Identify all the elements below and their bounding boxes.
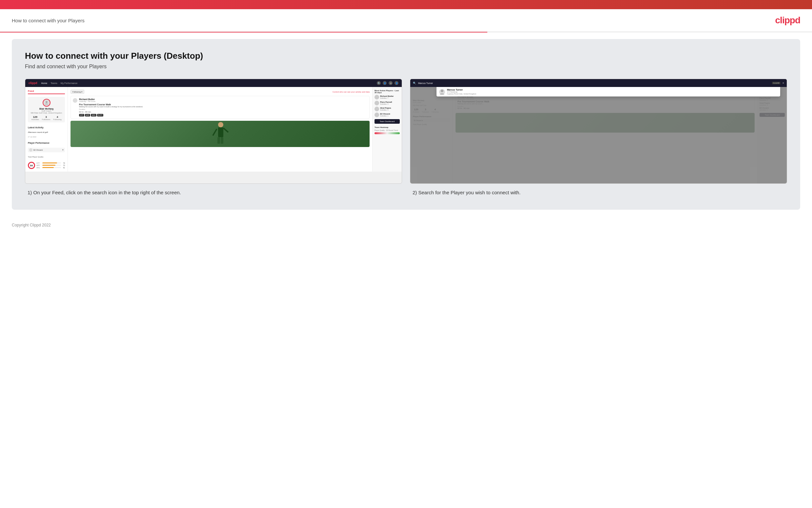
search-result-1[interactable]: Marcus Turner 1.5 Handicap Cypress Point… <box>436 87 780 96</box>
ap-avatar-4 <box>375 113 379 117</box>
stat-followers-1: 3 Followers <box>42 116 50 120</box>
app-nav-1: clippd Home Teams My Performance 🔍 👤 ⚙ 👤 <box>25 79 402 87</box>
player-select-row-1[interactable]: Eli Vincent ▾ <box>28 148 65 152</box>
settings-icon-1[interactable]: ⚙ <box>389 81 392 85</box>
search-result-info-1: Marcus Turner 1.5 Handicap Cypress Point… <box>447 89 777 95</box>
tag-arg-1: ARG <box>91 114 96 117</box>
svg-point-7 <box>441 90 443 92</box>
search-results-dropdown: Marcus Turner 1.5 Handicap Cypress Point… <box>436 87 780 96</box>
duration-label-1: Duration <box>79 108 367 110</box>
search-bar-overlay: 🔍 Marcus Turner CLEAR × <box>410 79 787 87</box>
screenshot-col-2: clippd Home Teams My Performance 🔍 Marcu… <box>410 79 787 197</box>
feed-tab-1[interactable]: Feed <box>28 90 65 94</box>
avatar-icon-1[interactable]: 👤 <box>394 81 398 85</box>
quality-score-1: 84 OTT 79 APP 70 <box>28 162 65 169</box>
q-bar-app-1: APP 70 <box>36 164 65 166</box>
photo-placeholder-1 <box>70 121 370 147</box>
clear-button[interactable]: CLEAR <box>772 82 780 84</box>
user-icon-1[interactable]: 👤 <box>383 81 387 85</box>
app-left-panel-1: Feed Blair McHarg Golf Coach Mill Ride G… <box>25 87 68 172</box>
main-heading: How to connect with your Players (Deskto… <box>25 51 787 61</box>
clippd-logo: clippd <box>775 15 800 26</box>
latest-activity-label-1: Latest Activity <box>28 126 65 129</box>
following-row-1: Following ▾ Control who can see your act… <box>70 90 370 94</box>
profile-stats-1: 129 Activities 3 Followers 4 Following <box>30 116 63 120</box>
tag-putt-1: PUTT <box>97 114 103 117</box>
svg-point-0 <box>46 101 48 103</box>
player-select-chevron-1: ▾ <box>62 149 64 151</box>
player-perf-title-1: Player Performance <box>28 142 65 144</box>
activity-meta-1: Yesterday - The Grove <box>79 100 367 102</box>
active-player-2: Piers Parnell Activities: 4 <box>375 101 400 105</box>
quality-label-1: Total Player Quality <box>28 156 65 158</box>
app-right-panel-1: Most Active Players - Last 30 days Richa… <box>372 87 402 172</box>
nav-teams-1[interactable]: Teams <box>50 82 57 84</box>
following-btn-1[interactable]: Following ▾ <box>70 90 84 94</box>
app-logo-small-1: clippd <box>29 81 37 85</box>
active-player-1: Richard Butler Activities: 7 <box>375 95 400 99</box>
q-bar-arg-1: ARG 61 <box>36 167 65 169</box>
svg-rect-5 <box>218 137 220 144</box>
player-select-name-1: Eli Vincent <box>34 149 43 151</box>
svg-line-3 <box>213 129 217 135</box>
profile-avatar-1 <box>43 99 50 107</box>
activity-avatar-1 <box>73 98 78 103</box>
app-body-1: Feed Blair McHarg Golf Coach Mill Ride G… <box>25 87 402 172</box>
golfer-photo-1 <box>70 121 370 147</box>
header-divider <box>0 32 812 33</box>
activity-duration-1: 02 hr : 00 min <box>79 111 367 113</box>
activity-content-1: Richard Butler Yesterday - The Grove Pre… <box>79 98 367 117</box>
ap-info-3: Hiral Pujara Activities: 3 <box>380 107 400 111</box>
profile-card-1: Blair McHarg Golf Coach Mill Ride Golf C… <box>28 97 65 122</box>
search-input-value[interactable]: Marcus Turner <box>418 82 770 84</box>
ap-avatar-2 <box>375 101 379 105</box>
page-title: How to connect with your Players <box>12 18 85 23</box>
footer: Copyright Clippd 2022 <box>0 216 812 234</box>
heatmap-bar-1 <box>375 132 400 134</box>
search-icon-1[interactable]: 🔍 <box>377 81 381 85</box>
nav-home-1[interactable]: Home <box>41 82 48 84</box>
ap-info-2: Piers Parnell Activities: 4 <box>380 101 400 105</box>
search-icon-overlay: 🔍 <box>413 82 416 85</box>
team-dashboard-btn-1[interactable]: Team Dashboard <box>375 119 400 124</box>
search-result-avatar-1 <box>439 89 445 95</box>
copyright-text: Copyright Clippd 2022 <box>12 223 51 227</box>
nav-performance-1[interactable]: My Performance <box>61 82 78 84</box>
screenshot-1-mockup: clippd Home Teams My Performance 🔍 👤 ⚙ 👤 <box>25 79 402 184</box>
stat-following-1: 4 Following <box>53 116 61 120</box>
team-heatmap-title-1: Team Heatmap <box>375 126 400 128</box>
main-subheading: Find and connect with your Players <box>25 64 787 70</box>
screenshot-col-1: clippd Home Teams My Performance 🔍 👤 ⚙ 👤 <box>25 79 402 197</box>
active-players-title-1: Most Active Players - Last 30 days <box>375 90 400 93</box>
activity-desc-1: Walking the course with my coach to buil… <box>79 106 367 108</box>
active-player-4: Eli Vincent Activities: 1 <box>375 113 400 117</box>
app-center-panel-1: Following ▾ Control who can see your act… <box>68 87 372 172</box>
activity-card-1: Richard Butler Yesterday - The Grove Pre… <box>70 96 370 119</box>
top-bar <box>0 0 812 9</box>
app-nav-right-1: 🔍 👤 ⚙ 👤 <box>377 81 398 85</box>
svg-rect-2 <box>218 127 223 137</box>
app-nav-items-1: Home Teams My Performance <box>41 82 78 84</box>
player-select-avatar-1 <box>29 148 33 152</box>
ap-info-4: Eli Vincent Activities: 1 <box>380 113 400 117</box>
search-result-name-1: Marcus Turner <box>447 89 777 91</box>
activity-tags-1: OTT APP ARG PUTT <box>79 114 367 117</box>
latest-activity-date-1: 27 Jul 2022 <box>28 136 65 138</box>
control-link-1[interactable]: Control who can see your activity and da… <box>333 91 370 93</box>
profile-club-1: Mill Ride Golf Club, United Kingdom <box>30 112 63 114</box>
screenshot-2-mockup: clippd Home Teams My Performance 🔍 Marcu… <box>410 79 787 184</box>
score-circle-1: 84 <box>28 162 35 169</box>
tag-app-1: APP <box>85 114 90 117</box>
profile-name-1: Blair McHarg <box>30 108 63 110</box>
stat-activities-1: 129 Activities <box>31 116 39 120</box>
activity-title-text-1: Pre Tournament Course Walk <box>79 103 367 106</box>
step-1-description: 1) On your Feed, click on the search ico… <box>25 189 402 197</box>
q-bar-ott-1: OTT 79 <box>36 162 65 164</box>
screenshots-row: clippd Home Teams My Performance 🔍 👤 ⚙ 👤 <box>25 79 787 197</box>
ap-avatar-1 <box>375 95 379 99</box>
step-2-description: 2) Search for the Player you wish to con… <box>410 189 787 197</box>
latest-activity-text-1: Afternoon round of golf <box>28 131 65 133</box>
close-search-button[interactable]: × <box>782 81 784 85</box>
main-content: How to connect with your Players (Deskto… <box>12 39 800 210</box>
active-player-3: Hiral Pujara Activities: 3 <box>375 107 400 111</box>
